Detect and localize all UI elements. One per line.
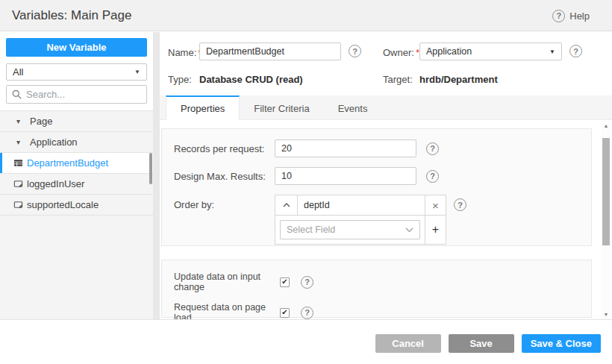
select-field-dropdown[interactable]: Select Field	[280, 220, 420, 239]
variable-filter-value: All	[13, 66, 23, 78]
tab-events[interactable]: Events	[324, 95, 382, 120]
data-settings-panel: Records per request: ? Design Max. Resul…	[161, 128, 592, 246]
name-help-icon[interactable]: ?	[349, 45, 361, 57]
tree-item-label: Application	[30, 136, 78, 148]
cancel-button[interactable]: Cancel	[375, 334, 441, 353]
check-icon: ✔	[281, 309, 287, 316]
owner-help-icon[interactable]: ?	[569, 45, 582, 57]
name-label: Name:*	[168, 47, 202, 58]
records-per-request-row: Records per request: ?	[174, 139, 591, 157]
update-on-input-change-checkbox[interactable]: ✔	[280, 277, 290, 287]
save-button[interactable]: Save	[449, 334, 514, 353]
select-field-wrap: Select Field	[275, 216, 425, 244]
update-on-input-change-help-icon[interactable]: ?	[301, 276, 313, 289]
design-max-results-label: Design Max. Results:	[174, 171, 275, 182]
help-button[interactable]: ? Help	[552, 0, 590, 31]
search-input[interactable]	[26, 89, 157, 100]
help-icon: ?	[552, 10, 565, 22]
variable-details: Name:* ? Owner:* Application ▼ ? Type: D…	[160, 32, 612, 319]
sort-direction-button[interactable]	[275, 195, 298, 215]
scroll-up-icon[interactable]: ▲	[602, 121, 611, 131]
tree-item-label: loggedInUser	[27, 178, 84, 189]
add-field-row: Select Field +	[275, 216, 446, 244]
add-field-button[interactable]: +	[425, 216, 446, 244]
order-by-widget: × Select Field +	[275, 195, 446, 245]
tree-item-label: Page	[30, 116, 52, 127]
new-variable-button[interactable]: New Variable	[6, 38, 147, 57]
search-icon	[12, 90, 22, 99]
type-label: Type:	[168, 74, 192, 85]
tree-collapse-icon: ▾	[16, 138, 27, 146]
crud-variable-icon	[13, 158, 24, 168]
page-title: Variables: Main Page	[12, 0, 131, 31]
target-label: Target:	[383, 74, 413, 85]
help-label: Help	[569, 10, 590, 22]
sidebar-item-page[interactable]: ▾ Page	[0, 111, 153, 132]
content-scrollbar[interactable]: ▲ ▼	[602, 121, 611, 319]
name-input[interactable]	[199, 43, 341, 60]
records-per-request-label: Records per request:	[174, 143, 275, 154]
sidebar-item-supportedlocale[interactable]: supportedLocale	[0, 195, 153, 216]
request-on-page-load-help-icon[interactable]: ?	[301, 307, 313, 319]
owner-value: Application	[426, 46, 472, 57]
update-on-input-change-row: Update data on input change ✔ ?	[174, 272, 591, 292]
sidebar: New Variable All ▼ ▾ Page ▾ Application	[0, 32, 153, 319]
variable-filter-select[interactable]: All ▼	[6, 63, 147, 81]
sidebar-controls: New Variable All ▼	[0, 32, 153, 110]
sidebar-item-loggedinuser[interactable]: loggedInUser	[0, 174, 153, 195]
tab-bar: Properties Filter Criteria Events	[160, 95, 612, 120]
remove-field-button[interactable]: ×	[425, 195, 446, 215]
variables-dialog: Variables: Main Page ? Help New Variable…	[0, 0, 612, 364]
chevron-down-icon: ▼	[549, 48, 555, 55]
variable-tree: ▾ Page ▾ Application DepartmentBudget lo…	[0, 110, 153, 216]
order-by-field-row: ×	[275, 195, 446, 216]
order-by-help-icon[interactable]: ?	[454, 198, 466, 211]
order-by-row: Order by: ×	[174, 195, 591, 245]
target-value: hrdb/Department	[419, 74, 498, 85]
request-on-page-load-checkbox[interactable]: ✔	[280, 308, 290, 318]
search-box	[6, 85, 147, 104]
scroll-down-icon[interactable]: ▼	[602, 310, 611, 319]
update-on-input-change-label: Update data on input change	[174, 272, 280, 292]
design-max-results-row: Design Max. Results: ?	[174, 167, 591, 185]
tree-item-label: supportedLocale	[27, 199, 99, 210]
owner-select[interactable]: Application ▼	[419, 43, 562, 60]
chevron-down-icon	[405, 228, 413, 233]
records-per-request-input[interactable]	[275, 139, 416, 157]
records-per-request-help-icon[interactable]: ?	[426, 142, 439, 155]
order-by-field-input[interactable]	[298, 195, 425, 215]
check-icon: ✔	[281, 278, 287, 286]
variable-icon	[13, 179, 24, 189]
behavior-panel: Update data on input change ✔ ? Request …	[161, 260, 592, 318]
save-and-close-button[interactable]: Save & Close	[522, 334, 601, 353]
tree-collapse-icon: ▾	[16, 117, 27, 125]
chevron-down-icon: ▼	[134, 69, 140, 75]
chevron-up-icon	[283, 203, 290, 207]
design-max-results-input[interactable]	[275, 167, 416, 185]
variable-icon	[13, 200, 24, 210]
dialog-footer: Cancel Save Save & Close	[0, 319, 612, 364]
tab-properties[interactable]: Properties	[166, 95, 240, 120]
design-max-results-help-icon[interactable]: ?	[426, 170, 439, 183]
sidebar-divider	[153, 32, 160, 319]
tree-item-label: DepartmentBudget	[27, 157, 108, 169]
dialog-header: Variables: Main Page ? Help	[0, 0, 612, 31]
sidebar-item-application[interactable]: ▾ Application	[0, 132, 153, 153]
properties-tab-content: Records per request: ? Design Max. Resul…	[160, 120, 612, 319]
sidebar-scrollbar-thumb[interactable]	[149, 153, 152, 184]
owner-label: Owner:*	[383, 47, 419, 58]
tab-filter-criteria[interactable]: Filter Criteria	[240, 95, 323, 120]
order-by-label: Order by:	[174, 195, 275, 210]
sidebar-item-departmentbudget[interactable]: DepartmentBudget	[0, 153, 153, 174]
content-scrollbar-thumb[interactable]	[602, 138, 610, 245]
select-field-placeholder: Select Field	[287, 225, 335, 235]
type-value: Database CRUD (read)	[199, 74, 303, 85]
